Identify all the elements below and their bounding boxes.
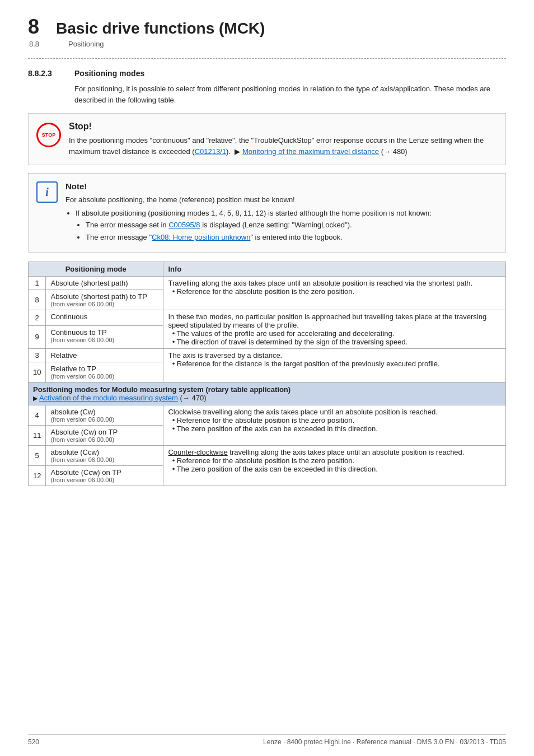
table-span-row: Positioning modes for Modulo measuring s… [29,382,506,405]
span-row-cell: Positioning modes for Modulo measuring s… [29,382,506,405]
footer-bar: 520 Lenze · 8400 protec HighLine · Refer… [28,734,506,746]
row-mode-8: Absolute (shortest path) to TP (from ver… [46,290,163,310]
row-info-1-8: Travelling along the axis takes place un… [163,277,506,310]
subsection-number: 8.8.2.3 [28,69,64,78]
stop-content: Stop! In the positioning modes "continuo… [69,122,496,157]
row-version-5: (from version 06.00.00) [50,456,158,463]
stop-text: In the positioning modes "continuous" an… [69,135,496,157]
row-mode-11: Absolute (Cw) on TP (from version 06.00.… [46,426,163,446]
note-icon: i [36,181,58,203]
row-num-12: 12 [29,466,46,486]
row-info-3-10: The axis is traversed by a distance. • R… [163,349,506,382]
row-version-8: (from version 06.00.00) [50,301,158,307]
row-num-1: 1 [29,277,46,290]
table-row: 2 Continuous In these two modes, no part… [29,310,506,326]
row-mode-2: Continuous [46,310,163,326]
stop-icon: STOP [36,123,61,147]
subsection-title: Positioning modes [74,69,144,78]
section-title: Positioning [68,40,104,48]
footer-page: 520 [28,738,39,746]
intro-text: For positioning, it is possible to selec… [74,83,506,105]
note-title: Note! [65,181,432,191]
chapter-line: 8 Basic drive functions (MCK) [28,17,506,38]
note-content: Note! For absolute positioning, the home… [65,181,432,244]
monitoring-link[interactable]: Monitoring of the maximum travel distanc… [242,147,379,156]
note-list: If absolute positioning (positioning mod… [65,208,432,243]
table-row: 1 Absolute (shortest path) Travelling al… [29,277,506,290]
ck08-link[interactable]: Ck08: Home position unknown [152,233,250,241]
chapter-title: Basic drive functions (MCK) [56,20,265,38]
note-sublist: The error message set in C00595/8 is dis… [76,220,432,242]
table-row: 5 absolute (Ccw) (from version 06.00.00)… [29,446,506,466]
row-version-9: (from version 06.00.00) [50,337,158,343]
row-version-4: (from version 06.00.00) [50,416,158,423]
monitoring-ref: (→ 480) [381,147,407,156]
row-mode-5: absolute (Ccw) (from version 06.00.00) [46,446,163,466]
note-list-item-1: If absolute positioning (positioning mod… [76,208,432,243]
row-info-5-12: Counter-clockwise travelling along the a… [163,446,506,486]
modulo-link[interactable]: Activation of the modulo measuring syste… [39,394,178,402]
modulo-ref: (→ 470) [180,394,207,402]
stop-title: Stop! [69,122,496,132]
row-num-10: 10 [29,362,46,382]
note-sublist-item-1: The error message set in C00595/8 is dis… [86,220,432,231]
row-version-10: (from version 06.00.00) [50,373,158,380]
span-row-title: Positioning modes for Modulo measuring s… [33,385,291,394]
c00595-link[interactable]: C00595/8 [168,221,200,229]
row-num-8: 8 [29,290,46,310]
row-info-2-9: In these two modes, no particular positi… [163,310,506,349]
c01213-link[interactable]: C01213/1 [195,147,226,156]
stop-icon-label: STOP [42,132,55,138]
note-sublist-item-2: The error message "Ck08: Home position u… [86,232,432,243]
table-row: 4 absolute (Cw) (from version 06.00.00) … [29,405,506,426]
row-mode-3: Relative [46,349,163,362]
section-line: 8.8 Positioning [28,40,506,48]
table-row: 3 Relative The axis is traversed by a di… [29,349,506,362]
footer-doc: Lenze · 8400 protec HighLine · Reference… [263,738,506,746]
section-number: 8.8 [29,40,51,48]
row-num-9: 9 [29,325,46,348]
row-num-2: 2 [29,310,46,326]
row-mode-1: Absolute (shortest path) [46,277,163,290]
positioning-table: Positioning mode Info 1 Absolute (shorte… [28,262,506,486]
note-box: i Note! For absolute positioning, the ho… [28,173,506,253]
table-header-row: Positioning mode Info [29,262,506,277]
row-info-4-11: Clockwise travelling along the axis take… [163,405,506,446]
row-num-11: 11 [29,426,46,446]
row-num-4: 4 [29,405,46,426]
page: 8 Basic drive functions (MCK) 8.8 Positi… [0,0,534,756]
header-section: 8 Basic drive functions (MCK) 8.8 Positi… [28,17,506,48]
subsection-heading: 8.8.2.3 Positioning modes [28,69,506,78]
row-mode-10: Relative to TP (from version 06.00.00) [46,362,163,382]
modulo-link-arrow [33,394,39,402]
note-text: For absolute positioning, the home (refe… [65,194,432,242]
row-num-5: 5 [29,446,46,466]
col-info-header: Info [163,262,506,277]
row-version-11: (from version 06.00.00) [50,436,158,443]
row-mode-12: Absolute (Ccw) on TP (from version 06.00… [46,466,163,486]
divider [28,58,506,59]
row-mode-9: Continuous to TP (from version 06.00.00) [46,325,163,348]
row-mode-4: absolute (Cw) (from version 06.00.00) [46,405,163,426]
chapter-number: 8 [28,17,39,37]
row-num-3: 3 [29,349,46,362]
col-mode-header: Positioning mode [29,262,163,277]
stop-box: STOP Stop! In the positioning modes "con… [28,113,506,165]
row-version-12: (from version 06.00.00) [50,477,158,483]
